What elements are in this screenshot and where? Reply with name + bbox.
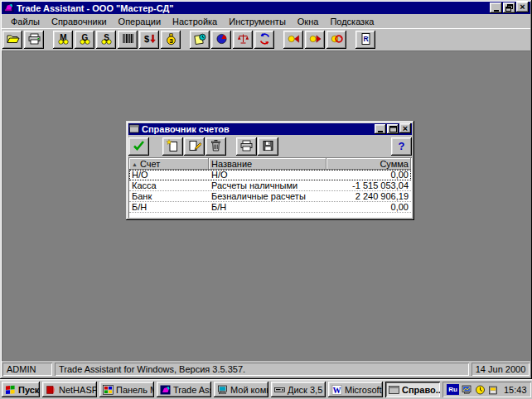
accounts-dialog: Справочник счетов × ? ▲Счет Название Сум… bbox=[126, 121, 414, 220]
money-bag-button[interactable]: З bbox=[161, 31, 181, 49]
receive-doc-button[interactable] bbox=[283, 31, 303, 49]
refresh-arrows-icon bbox=[258, 32, 272, 47]
cell-name: Расчеты наличными bbox=[209, 180, 326, 190]
menu-directories[interactable]: Справочники bbox=[46, 15, 113, 28]
confirm-button[interactable] bbox=[128, 137, 149, 156]
cell-amount: 0,00 bbox=[326, 202, 411, 212]
journal-button[interactable] bbox=[190, 31, 210, 49]
menu-tools[interactable]: Инструменты bbox=[223, 15, 292, 28]
new-document-icon bbox=[166, 139, 180, 154]
restore-icon[interactable] bbox=[503, 2, 515, 13]
app-icon bbox=[3, 2, 14, 14]
floppy-drive-icon bbox=[274, 385, 285, 395]
search-m-button[interactable]: М bbox=[53, 31, 73, 49]
column-header-name[interactable]: Название bbox=[209, 158, 326, 170]
system-tray: Ru 15:43 bbox=[443, 382, 531, 397]
sort-ascending-icon: ▲ bbox=[132, 161, 138, 167]
task-my-computer[interactable]: Мой комп... bbox=[214, 382, 268, 397]
dialog-window-icon bbox=[129, 124, 139, 135]
cell-amount: 2 240 906,19 bbox=[326, 191, 411, 201]
edit-document-icon bbox=[187, 139, 201, 154]
clock[interactable]: 15:43 bbox=[504, 385, 527, 395]
globe-button[interactable] bbox=[211, 31, 231, 49]
nethasp-icon bbox=[46, 385, 56, 395]
minimize-icon[interactable] bbox=[490, 2, 502, 13]
accounts-table: ▲Счет Название Сумма Н/О Н/О 0,00 Касса … bbox=[128, 157, 412, 218]
scales-button[interactable] bbox=[233, 31, 253, 49]
task-trade-assistant[interactable]: Trade Assi... bbox=[157, 382, 211, 397]
delete-record-button[interactable] bbox=[206, 137, 226, 156]
print-button[interactable] bbox=[24, 31, 44, 49]
save-button[interactable] bbox=[258, 137, 278, 156]
search-s-button[interactable]: S bbox=[96, 31, 116, 49]
task-microsoft-word[interactable]: W Microsoft ... bbox=[328, 382, 383, 397]
menu-help[interactable]: Подсказка bbox=[324, 15, 380, 28]
table-header-row: ▲Счет Название Сумма bbox=[129, 158, 411, 170]
task-label: Панель М... bbox=[116, 385, 154, 395]
keyboard-layout-indicator[interactable]: Ru bbox=[447, 384, 459, 395]
status-version: Trade Assistant for Windows, Версия 3.5.… bbox=[55, 363, 469, 376]
windows-logo-icon bbox=[5, 385, 16, 395]
menu-files[interactable]: Файлы bbox=[5, 15, 46, 28]
display-tray-icon[interactable] bbox=[462, 385, 472, 395]
table-row[interactable]: Н/О Н/О 0,00 bbox=[129, 170, 411, 180]
task-label: Trade Assi... bbox=[173, 385, 211, 395]
status-date: 14 Jun 2000 bbox=[472, 363, 530, 376]
currency-rate-button[interactable]: $ bbox=[139, 31, 159, 49]
task-floppy-disk[interactable]: Диск 3,5 (... bbox=[271, 382, 326, 397]
scales-icon bbox=[236, 32, 250, 47]
column-header-amount[interactable]: Сумма bbox=[326, 158, 411, 170]
barcode-button[interactable] bbox=[118, 31, 138, 49]
clock-tray-icon[interactable] bbox=[475, 385, 486, 395]
folder-open-icon bbox=[6, 32, 20, 47]
task-spravochnik[interactable]: Справо... bbox=[385, 382, 440, 397]
trade-assistant-icon bbox=[160, 385, 171, 395]
dialog-print-button[interactable] bbox=[236, 137, 257, 156]
cell-account: Банк bbox=[129, 191, 209, 201]
new-record-button[interactable] bbox=[162, 137, 183, 156]
floppy-icon bbox=[261, 139, 275, 154]
help-button[interactable]: ? bbox=[391, 137, 412, 156]
table-row[interactable]: Б/Н Б/Н 0,00 bbox=[129, 202, 411, 213]
menu-settings[interactable]: Настройка bbox=[167, 15, 223, 28]
dialog-toolbar: ? bbox=[128, 135, 412, 157]
start-label: Пуск bbox=[18, 385, 39, 395]
printer-icon bbox=[239, 139, 254, 154]
task-nethasp[interactable]: NetHASP ... bbox=[42, 382, 97, 397]
check-icon bbox=[132, 139, 146, 154]
start-button[interactable]: Пуск bbox=[2, 382, 40, 397]
exchange-docs-button[interactable] bbox=[326, 31, 346, 49]
task-label: Мой комп... bbox=[230, 385, 268, 395]
dialog-minimize-icon[interactable] bbox=[375, 124, 386, 134]
table-row[interactable]: Банк Безналичные расчеты 2 240 906,19 bbox=[129, 191, 411, 202]
table-row[interactable]: Касса Расчеты наличными -1 515 053,04 bbox=[129, 180, 411, 191]
cell-name: Безналичные расчеты bbox=[209, 191, 326, 201]
menu-windows[interactable]: Окна bbox=[292, 15, 325, 28]
task-label: Диск 3,5 (... bbox=[288, 385, 326, 395]
printer-icon bbox=[27, 32, 41, 47]
report-button[interactable]: R bbox=[355, 31, 375, 49]
menu-operations[interactable]: Операции bbox=[113, 15, 167, 28]
computer-icon bbox=[217, 385, 228, 395]
dialog-close-icon[interactable]: × bbox=[399, 123, 411, 133]
status-user: ADMIN bbox=[2, 363, 52, 376]
task-label: Microsoft ... bbox=[345, 385, 383, 395]
cell-amount: -1 515 053,04 bbox=[326, 180, 411, 190]
close-icon[interactable]: × bbox=[516, 2, 529, 12]
dialog-maximize-icon[interactable] bbox=[387, 124, 399, 134]
edit-record-button[interactable] bbox=[184, 137, 205, 156]
dialog-titlebar[interactable]: Справочник счетов × bbox=[128, 123, 412, 135]
column-header-account[interactable]: ▲Счет bbox=[129, 158, 209, 170]
binoculars-m-icon: М bbox=[56, 32, 70, 47]
refresh-button[interactable] bbox=[254, 31, 274, 49]
send-doc-button[interactable] bbox=[305, 31, 325, 49]
cell-amount: 0,00 bbox=[326, 170, 411, 180]
task-control-panel[interactable]: Панель М... bbox=[99, 382, 154, 397]
note-clock-icon bbox=[193, 32, 207, 47]
scheduler-tray-icon[interactable] bbox=[488, 385, 499, 395]
money-bag-icon: З bbox=[164, 32, 178, 47]
search-g-button[interactable]: G bbox=[75, 31, 94, 49]
statusbar: ADMIN Trade Assistant for Windows, Верси… bbox=[2, 361, 530, 377]
binoculars-g-icon: G bbox=[78, 32, 92, 47]
open-file-button[interactable] bbox=[2, 31, 22, 49]
